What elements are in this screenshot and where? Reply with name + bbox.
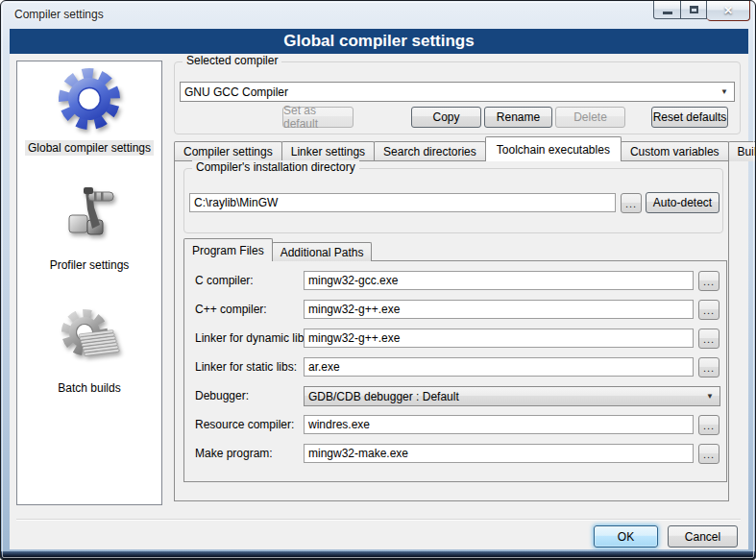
sidebar-item-label: Global compiler settings [25, 140, 154, 156]
tab-search-directories[interactable]: Search directories [374, 141, 486, 161]
copy-button[interactable]: Copy [411, 107, 481, 128]
maximize-button[interactable] [681, 1, 707, 19]
dialog-header: Global compiler settings [10, 29, 748, 54]
cpp-compiler-label: C++ compiler: [195, 303, 267, 316]
caliper-icon [56, 183, 123, 250]
minimize-icon [663, 12, 672, 14]
selected-compiler-legend: Selected compiler [183, 54, 281, 67]
set-as-default-button[interactable]: Set as default [282, 107, 354, 128]
linker-dynamic-label: Linker for dynamic libs: [195, 331, 313, 345]
linker-dynamic-input[interactable] [304, 329, 694, 348]
tab-compiler-settings[interactable]: Compiler settings [174, 141, 282, 161]
cancel-button[interactable]: Cancel [668, 525, 738, 548]
subtab-additional-paths[interactable]: Additional Paths [272, 242, 373, 261]
subtab-program-files[interactable]: Program Files [183, 238, 273, 261]
chevron-down-icon: ▼ [706, 392, 716, 401]
make-program-browse-button[interactable]: ... [698, 444, 719, 464]
linker-dynamic-browse-button[interactable]: ... [698, 329, 719, 349]
tab-linker-settings[interactable]: Linker settings [281, 141, 375, 161]
close-button[interactable]: ✕ [707, 1, 750, 21]
maximize-icon [690, 6, 698, 13]
compiler-select[interactable]: GNU GCC Compiler ▼ [180, 82, 735, 102]
compiler-select-value: GNU GCC Compiler [184, 85, 288, 99]
install-dir-input[interactable] [189, 193, 616, 212]
install-dir-browse-button[interactable]: ... [621, 193, 642, 213]
linker-static-input[interactable] [304, 357, 694, 377]
delete-button[interactable]: Delete [555, 107, 625, 128]
c-compiler-input[interactable] [304, 271, 694, 290]
c-compiler-label: C compiler: [195, 274, 254, 287]
compiler-tabs: Compiler settings Linker settings Search… [174, 140, 756, 161]
blue-gear-icon [56, 65, 123, 133]
tab-build-options[interactable]: Build options [728, 141, 756, 161]
rename-button[interactable]: Rename [484, 107, 552, 128]
close-icon: ✕ [723, 4, 733, 17]
window-title: Compiler settings [14, 8, 104, 21]
cpp-compiler-browse-button[interactable]: ... [698, 300, 719, 320]
debugger-select[interactable]: GDB/CDB debugger : Default ▼ [304, 386, 720, 406]
resource-compiler-input[interactable] [304, 415, 694, 434]
auto-detect-button[interactable]: Auto-detect [646, 192, 719, 213]
make-program-input[interactable] [304, 444, 694, 463]
debugger-select-value: GDB/CDB debugger : Default [308, 390, 459, 403]
debugger-label: Debugger: [195, 389, 249, 402]
sidebar-item-profiler-settings[interactable]: Profiler settings [17, 183, 161, 273]
install-dir-legend: Compiler's installation directory [192, 160, 359, 174]
tab-toolchain-executables[interactable]: Toolchain executables [485, 136, 622, 161]
sidebar-item-label: Profiler settings [47, 257, 133, 273]
page-title: Global compiler settings [283, 32, 474, 51]
programs-subtabs: Program Files Additional Paths [183, 240, 371, 261]
settings-sidebar: Global compiler settings [16, 61, 162, 505]
linker-static-label: Linker for static libs: [195, 360, 297, 374]
window-bottom-edge [1, 551, 755, 559]
cpp-compiler-input[interactable] [304, 300, 694, 319]
c-compiler-browse-button[interactable]: ... [698, 271, 719, 291]
sidebar-item-batch-builds[interactable]: Batch builds [17, 305, 161, 396]
ok-button[interactable]: OK [594, 525, 658, 548]
reset-defaults-button[interactable]: Reset defaults [651, 107, 728, 128]
sidebar-item-label: Batch builds [55, 380, 123, 396]
chevron-down-icon: ▼ [720, 87, 730, 96]
footer-separator [16, 519, 741, 521]
sidebar-item-global-compiler-settings[interactable]: Global compiler settings [17, 65, 161, 156]
resource-compiler-label: Resource compiler: [195, 418, 294, 431]
linker-static-browse-button[interactable]: ... [698, 357, 719, 377]
window-controls: ✕ [653, 1, 750, 21]
make-program-label: Make program: [195, 447, 273, 460]
tab-custom-variables[interactable]: Custom variables [621, 141, 729, 161]
minimize-button[interactable] [653, 1, 681, 19]
resource-compiler-browse-button[interactable]: ... [698, 415, 719, 435]
compiler-settings-window: Compiler settings ✕ Global compiler sett… [0, 0, 756, 560]
batch-builds-icon [56, 305, 123, 373]
